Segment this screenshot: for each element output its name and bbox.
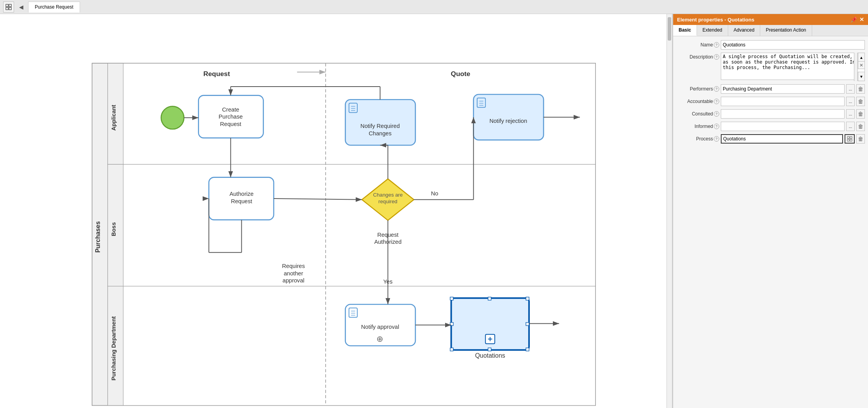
consulted-more-button[interactable]: ...: [846, 109, 855, 119]
process-input[interactable]: [721, 134, 843, 144]
process-more-button[interactable]: [845, 134, 855, 144]
name-row: Name ?: [676, 40, 865, 50]
informed-info-icon[interactable]: ?: [714, 124, 719, 129]
informed-input[interactable]: [721, 122, 845, 131]
consulted-delete-button[interactable]: 🗑: [856, 109, 865, 119]
accountable-input[interactable]: [721, 97, 845, 106]
pool-label: Purchases: [94, 221, 101, 253]
description-row: Description ? A single process of Quotat…: [676, 53, 865, 81]
properties-tabs: Basic Extended Advanced Presentation Act…: [673, 25, 868, 36]
informed-row: Informed ? ... 🗑: [676, 122, 865, 131]
svg-rect-34: [450, 348, 453, 351]
notify-approval-label: Notify approval: [361, 324, 399, 330]
svg-rect-57: [847, 137, 849, 138]
svg-rect-8: [108, 164, 595, 286]
svg-rect-2: [6, 7, 8, 10]
informed-delete-button[interactable]: 🗑: [856, 122, 865, 131]
performers-info-icon[interactable]: ?: [714, 86, 719, 92]
notify-changes-label2: Changes: [369, 130, 391, 137]
name-info-icon[interactable]: ?: [714, 42, 719, 48]
label-requires2: another: [284, 270, 303, 277]
svg-rect-31: [450, 297, 453, 300]
description-info-icon[interactable]: ?: [714, 54, 719, 60]
properties-panel: Element properties - Quotations 📌 ✕ Basi…: [673, 14, 868, 408]
purchase-request-tab[interactable]: Purchase Request: [28, 2, 80, 12]
svg-rect-0: [6, 4, 8, 7]
description-expand-button[interactable]: [858, 61, 865, 69]
name-label: Name ?: [676, 42, 719, 48]
description-container: A single process of Quotation will be cr…: [721, 53, 865, 81]
notify-changes-label1: Notify Required: [360, 123, 400, 129]
notify-changes-task[interactable]: [345, 99, 415, 145]
performers-label-text: Performers: [690, 86, 713, 92]
informed-more-button[interactable]: ...: [846, 122, 855, 131]
lane-applicant-label: Applicant: [111, 105, 117, 131]
performers-delete-button[interactable]: 🗑: [856, 84, 865, 94]
diagram-scrollbar[interactable]: [667, 14, 672, 408]
create-purchase-label2: Purchase: [219, 114, 243, 120]
properties-header: Element properties - Quotations 📌 ✕: [673, 14, 868, 25]
accountable-delete-button[interactable]: 🗑: [856, 97, 865, 106]
consulted-info-icon[interactable]: ?: [714, 111, 719, 117]
start-event[interactable]: [161, 106, 184, 129]
tab-presentation-action-label: Presentation Action: [766, 27, 806, 33]
svg-rect-38: [488, 348, 491, 351]
accountable-label: Accountable ?: [676, 99, 719, 104]
tab-advanced[interactable]: Advanced: [728, 25, 760, 36]
tab-label: Purchase Request: [35, 4, 73, 10]
tab-advanced-label: Advanced: [734, 27, 754, 33]
description-label: Description ?: [676, 53, 719, 60]
process-info-icon[interactable]: ?: [714, 136, 719, 142]
label-requires3: approval: [283, 277, 305, 284]
name-input[interactable]: [721, 40, 865, 50]
move-cursor-icon: ⊕: [376, 334, 383, 344]
description-input[interactable]: A single process of Quotation will be cr…: [721, 53, 865, 80]
swimlane-quote-label: Quote: [451, 70, 471, 78]
svg-rect-32: [488, 297, 491, 300]
tab-extended[interactable]: Extended: [697, 25, 728, 36]
consulted-input[interactable]: [721, 109, 845, 119]
performers-input[interactable]: [721, 84, 845, 94]
description-label-text: Description: [690, 54, 713, 60]
swimlane-request-label: Request: [203, 70, 230, 78]
diagram-panel[interactable]: Purchases Applicant Boss Purchasing Depa…: [0, 14, 673, 408]
main-toolbar: ◀ Purchase Request: [0, 0, 868, 14]
svg-rect-60: [850, 139, 852, 141]
process-row: Process ? 🗑: [676, 134, 865, 144]
performers-row: Performers ? ... 🗑: [676, 84, 865, 94]
tab-extended-label: Extended: [702, 27, 722, 33]
lane-boss-label: Boss: [111, 222, 117, 236]
bpmn-canvas: Purchases Applicant Boss Purchasing Depa…: [0, 14, 672, 408]
description-scroll-up[interactable]: ▲: [858, 53, 865, 62]
create-purchase-label3: Request: [220, 121, 241, 127]
accountable-row: Accountable ? ... 🗑: [676, 97, 865, 106]
scrollbar-thumb[interactable]: [668, 17, 671, 41]
svg-rect-1: [9, 4, 11, 7]
description-scroll-down[interactable]: ▼: [858, 72, 865, 81]
accountable-more-button[interactable]: ...: [846, 97, 855, 106]
authorize-label2: Request: [231, 198, 252, 204]
performers-label: Performers ?: [676, 86, 719, 92]
authorize-label1: Authorize: [230, 191, 254, 197]
notify-rejection-task[interactable]: [474, 94, 544, 140]
gateway-label2: required: [378, 199, 397, 204]
name-label-text: Name: [700, 42, 713, 48]
accountable-info-icon[interactable]: ?: [714, 99, 719, 104]
back-button[interactable]: ◀: [16, 2, 26, 12]
properties-title: Element properties - Quotations: [677, 17, 754, 23]
tab-presentation-action[interactable]: Presentation Action: [760, 25, 812, 36]
tab-basic[interactable]: Basic: [673, 25, 697, 36]
grid-view-button[interactable]: [3, 2, 14, 12]
pin-button[interactable]: 📌: [850, 16, 857, 23]
label-no: No: [431, 190, 438, 197]
informed-label: Informed ?: [676, 124, 719, 129]
svg-rect-58: [850, 137, 852, 138]
close-properties-button[interactable]: ✕: [859, 16, 864, 23]
process-delete-button[interactable]: 🗑: [856, 134, 865, 144]
properties-body: Name ? Description ? A single process of…: [673, 36, 868, 408]
performers-more-button[interactable]: ...: [846, 84, 855, 94]
svg-rect-59: [847, 139, 849, 141]
svg-rect-35: [526, 348, 529, 351]
svg-rect-33: [526, 297, 529, 300]
consulted-label: Consulted ?: [676, 111, 719, 117]
